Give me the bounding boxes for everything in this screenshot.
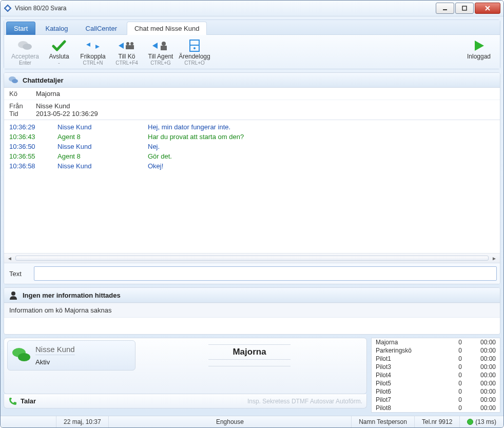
- bottom-area: Nisse Kund Aktiv Majorna: [4, 338, 500, 413]
- svg-rect-12: [126, 45, 130, 49]
- speak-row: Talar Insp. Sekretess DTMF Autosvar Auto…: [4, 394, 367, 408]
- tab-callcenter[interactable]: CallCenter: [78, 22, 125, 35]
- queue-time: 00:00: [470, 404, 496, 412]
- queue-row[interactable]: Parkeringskö000:00: [372, 346, 500, 355]
- chat-time: 10:36:43: [9, 133, 57, 141]
- tillagent-button[interactable]: Till Agent CTRL+G: [144, 38, 178, 66]
- svg-point-24: [11, 291, 15, 296]
- queue-row[interactable]: Pilot1000:00: [372, 355, 500, 363]
- app-window: Vision 80/20 Svara Start Katalog CallCen…: [0, 0, 504, 428]
- queue-name: Majorna: [376, 339, 447, 346]
- scroll-left-icon[interactable]: ◄: [6, 255, 13, 262]
- chat-input[interactable]: [34, 266, 497, 281]
- chat-sender: Nisse Kund: [57, 162, 148, 170]
- chat-time: 10:36:55: [9, 152, 57, 160]
- arendelogg-button[interactable]: Ärendelogg CTRL+O: [178, 38, 211, 66]
- scroll-right-icon[interactable]: ►: [491, 255, 498, 262]
- svg-point-16: [162, 42, 166, 46]
- chat-log[interactable]: 10:36:29Nisse KundHej, min dator fungera…: [4, 120, 500, 253]
- queue-count: 0: [447, 404, 462, 412]
- chat-sender: Nisse Kund: [57, 123, 148, 131]
- text-label: Text: [7, 270, 34, 278]
- detail-row-ko: Kö Majorna: [4, 88, 500, 100]
- chat-scrollbar[interactable]: ◄ ►: [4, 253, 500, 263]
- scroll-thumb[interactable]: [15, 256, 489, 261]
- tillko-button[interactable]: Till Kö CTRL+F4: [110, 38, 144, 66]
- queue-count: 0: [447, 380, 462, 387]
- chat-sender: Agent 8: [57, 152, 148, 160]
- svg-point-13: [130, 42, 133, 45]
- svg-marker-10: [119, 43, 124, 49]
- tab-katalog[interactable]: Katalog: [37, 22, 75, 35]
- queue-count: 0: [447, 355, 462, 362]
- status-dot-icon: [467, 419, 473, 425]
- tid-value: 2013-05-22 10:36:29: [36, 110, 495, 118]
- play-icon: [470, 39, 488, 52]
- inloggad-button[interactable]: Inloggad: [462, 38, 496, 60]
- detail-row-from-time: Från Tid Nisse Kund 2013-05-22 10:36:29: [4, 100, 500, 120]
- center-title: Majorna: [232, 347, 266, 357]
- queue-panel[interactable]: Majorna000:00Parkeringskö000:00Pilot1000…: [371, 338, 500, 413]
- speak-options: Insp. Sekretess DTMF Autosvar Autoförm.: [247, 398, 362, 405]
- check-icon: [50, 39, 68, 52]
- queue-time: 00:00: [470, 380, 496, 387]
- svg-marker-9: [95, 45, 100, 49]
- tid-label: Tid: [9, 110, 36, 118]
- chat-time: 10:36:50: [9, 143, 57, 150]
- queue-row[interactable]: Majorna000:00: [372, 338, 500, 346]
- queue-row[interactable]: Pilot4000:00: [372, 371, 500, 379]
- chat-panel-title: Chattdetaljer: [23, 76, 63, 84]
- fran-value: Nisse Kund: [36, 102, 495, 110]
- titlebar[interactable]: Vision 80/20 Svara: [1, 1, 503, 16]
- queue-count: 0: [447, 347, 462, 354]
- window-controls: [436, 3, 500, 14]
- svg-rect-17: [161, 46, 167, 50]
- chat-line: 10:36:55Agent 8Gör det.: [9, 152, 495, 160]
- tab-chat[interactable]: Chat med Nisse Kund: [127, 22, 207, 35]
- window-title: Vision 80/20 Svara: [15, 5, 436, 12]
- queue-row[interactable]: Pilot7000:00: [372, 396, 500, 404]
- svg-rect-3: [462, 6, 467, 10]
- chat-line: 10:36:29Nisse KundHej, min dator fungera…: [9, 123, 495, 131]
- close-button[interactable]: [475, 3, 500, 14]
- svg-marker-8: [86, 43, 90, 47]
- queue-count: 0: [447, 396, 462, 403]
- svg-point-23: [12, 79, 18, 83]
- queue-name: Pilot1: [376, 355, 447, 362]
- call-card-status: Aktiv: [35, 358, 75, 366]
- chat-sender: Agent 8: [57, 133, 148, 141]
- info-panel-header: Ingen mer information hittades: [4, 288, 500, 303]
- queue-row[interactable]: Pilot5000:00: [372, 379, 500, 387]
- queue-name: Pilot5: [376, 380, 447, 387]
- chat-bubble-icon: [16, 39, 34, 52]
- phone-icon: [8, 397, 17, 406]
- chat-message: Hej, min dator fungerar inte.: [148, 123, 495, 131]
- svg-point-20: [193, 47, 196, 49]
- svg-marker-15: [152, 43, 158, 49]
- minimize-button[interactable]: [436, 3, 454, 14]
- ko-label: Kö: [9, 90, 36, 98]
- status-user: Namn Testperson: [352, 416, 415, 427]
- call-card-inner[interactable]: Nisse Kund Aktiv: [7, 340, 135, 371]
- queue-name: Pilot6: [376, 388, 447, 395]
- call-card: Nisse Kund Aktiv Majorna: [4, 338, 367, 394]
- queue-count: 0: [447, 363, 462, 371]
- tab-start[interactable]: Start: [6, 22, 35, 35]
- queue-row[interactable]: Pilot3000:00: [372, 363, 500, 371]
- queue-row[interactable]: Pilot6000:00: [372, 387, 500, 396]
- chat-icon: [8, 75, 18, 85]
- queue-time: 00:00: [470, 347, 496, 354]
- queue-row[interactable]: Pilot8000:00: [372, 404, 500, 412]
- queue-name: Parkeringskö: [376, 347, 447, 354]
- center-column: Majorna: [135, 340, 363, 371]
- person-icon: [8, 290, 18, 300]
- queue-name: Pilot8: [376, 404, 447, 412]
- avsluta-button[interactable]: Avsluta -: [42, 38, 76, 66]
- maximize-button[interactable]: [455, 3, 474, 14]
- queue-count: 0: [447, 372, 462, 379]
- speak-label: Talar: [21, 397, 247, 405]
- chat-message: Nej.: [148, 143, 495, 150]
- frikoppla-button[interactable]: Frikoppla CTRL+N: [76, 38, 110, 66]
- acceptera-button[interactable]: Acceptera Enter: [8, 38, 42, 66]
- svg-marker-21: [475, 41, 484, 51]
